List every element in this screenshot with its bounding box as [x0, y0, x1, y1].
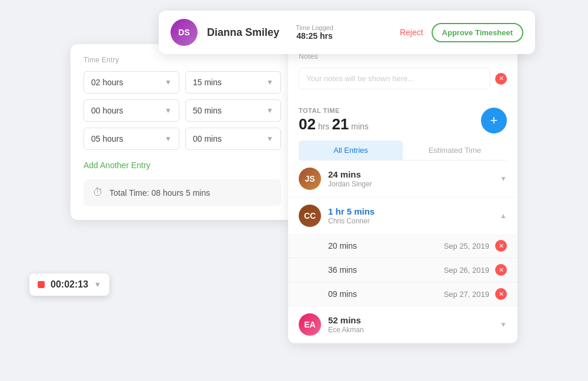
- approval-avatar: DS: [171, 19, 198, 46]
- time-row-1: 02 hours ▼ 15 mins ▼: [83, 71, 281, 93]
- approval-name: Dianna Smiley: [207, 26, 279, 39]
- chevron-down-icon: ▼: [266, 135, 273, 143]
- entry-info: 1 hr 5 mins Chris Conner: [328, 206, 493, 225]
- entry-time: 24 mins: [328, 169, 493, 179]
- entry-name: Jordan Singer: [328, 180, 493, 188]
- time-row-2: 00 hours ▼ 50 mins ▼: [83, 99, 281, 122]
- total-time-text: Total Time: 08 hours 5 mins: [109, 188, 210, 198]
- entry-list: JS 24 mins Jordan Singer ▼ CC 1 hr 5 min…: [288, 161, 517, 343]
- hours-value-3: 05 hours: [91, 134, 123, 143]
- avatar-initials: DS: [171, 19, 198, 46]
- entry-time: 1 hr 5 mins: [328, 206, 493, 216]
- chevron-down-icon: ▼: [266, 78, 273, 86]
- approval-card: DS Dianna Smiley Time Logged 48:25 hrs R…: [159, 11, 535, 54]
- total-time-info: TOTAL TIME 02hrs21mins: [299, 107, 371, 133]
- total-mins-value: 21: [332, 115, 349, 133]
- total-time-section: TOTAL TIME 02hrs21mins +: [288, 98, 517, 141]
- sub-entry-time: 36 mins: [328, 265, 444, 275]
- notes-placeholder: Your notes will be shown here...: [306, 74, 483, 83]
- chevron-down-icon: ▼: [165, 135, 172, 143]
- mins-unit: mins: [351, 122, 369, 131]
- avatar: CC: [299, 205, 321, 227]
- chevron-up-icon[interactable]: ▲: [500, 212, 507, 220]
- add-entry-link[interactable]: Add Another Entry: [83, 161, 151, 170]
- mins-select-1[interactable]: 15 mins ▼: [185, 71, 281, 93]
- avatar-initials: JS: [299, 168, 321, 190]
- list-item: EA 52 mins Ece Akman ▼: [288, 306, 517, 343]
- hours-value-1: 02 hours: [91, 78, 123, 87]
- time-row-3: 05 hours ▼ 00 mins ▼: [83, 128, 281, 150]
- timer-widget: 00:02:13 ▼: [29, 273, 109, 296]
- notes-input-row: Your notes will be shown here... ✕: [299, 68, 507, 89]
- entry-info: 52 mins Ece Akman: [328, 315, 493, 334]
- mins-value-1: 15 mins: [193, 78, 222, 87]
- list-item: 09 mins Sep 27, 2019 ✕: [288, 282, 517, 306]
- total-hrs-value: 02: [299, 115, 316, 133]
- entry-name: Ece Akman: [328, 326, 493, 334]
- chevron-down-icon[interactable]: ▼: [500, 320, 507, 329]
- avatar-initials: CC: [299, 205, 321, 227]
- chevron-down-icon: ▼: [266, 106, 273, 115]
- add-time-button[interactable]: +: [481, 108, 507, 133]
- entry-info: 24 mins Jordan Singer: [328, 169, 493, 188]
- reject-button[interactable]: Reject: [400, 28, 423, 37]
- time-logged-label: Time Logged: [296, 24, 333, 31]
- plus-icon: +: [490, 113, 498, 128]
- approval-actions: Reject Approve Timesheet: [400, 23, 523, 42]
- chevron-down-icon: ▼: [165, 78, 172, 86]
- sub-entries: 20 mins Sep 25, 2019 ✕ 36 mins Sep 26, 2…: [288, 234, 517, 306]
- list-item: 36 mins Sep 26, 2019 ✕: [288, 258, 517, 282]
- sub-entry-time: 20 mins: [328, 241, 444, 250]
- mins-value-3: 00 mins: [193, 134, 222, 143]
- avatar: EA: [299, 313, 321, 336]
- total-time-label: TOTAL TIME: [299, 107, 371, 114]
- list-item: 20 mins Sep 25, 2019 ✕: [288, 234, 517, 258]
- sub-entry-time: 09 mins: [328, 289, 444, 299]
- mins-select-2[interactable]: 50 mins ▼: [185, 99, 281, 122]
- timer-display: 00:02:13: [51, 279, 88, 290]
- entry-time: 52 mins: [328, 315, 493, 325]
- approval-time-logged: Time Logged 48:25 hrs: [296, 24, 333, 41]
- time-logged-value: 48:25 hrs: [296, 31, 333, 41]
- notes-close-button[interactable]: ✕: [495, 73, 507, 85]
- approve-timesheet-button[interactable]: Approve Timesheet: [432, 23, 523, 42]
- hours-select-2[interactable]: 00 hours ▼: [83, 99, 179, 122]
- sub-entry-date: Sep 27, 2019: [444, 290, 489, 299]
- sub-entry-date: Sep 25, 2019: [444, 242, 489, 250]
- hrs-unit: hrs: [318, 122, 329, 131]
- total-time-display: 02hrs21mins: [299, 115, 371, 133]
- time-entry-panel: Time Entry 02 hours ▼ 15 mins ▼ 00 hours…: [71, 44, 294, 220]
- time-entry-label: Time Entry: [83, 56, 281, 64]
- entry-name: Chris Conner: [328, 217, 493, 225]
- timer-stop-icon[interactable]: [38, 281, 45, 288]
- chevron-down-icon[interactable]: ▼: [500, 175, 507, 183]
- list-item: CC 1 hr 5 mins Chris Conner ▲: [288, 198, 517, 234]
- avatar-initials: EA: [299, 313, 321, 336]
- remove-entry-button[interactable]: ✕: [495, 240, 507, 252]
- chevron-down-icon: ▼: [165, 106, 172, 115]
- list-item: JS 24 mins Jordan Singer ▼: [288, 161, 517, 198]
- total-time-bar: ⏱ Total Time: 08 hours 5 mins: [83, 179, 281, 206]
- mins-value-2: 50 mins: [193, 106, 222, 115]
- clock-icon: ⏱: [93, 186, 103, 199]
- sub-entry-date: Sep 26, 2019: [444, 266, 489, 275]
- tab-all-entries[interactable]: All Entries: [299, 141, 403, 160]
- notes-field[interactable]: Your notes will be shown here...: [299, 68, 490, 89]
- chevron-down-icon[interactable]: ▼: [94, 280, 101, 289]
- hours-select-3[interactable]: 05 hours ▼: [83, 128, 179, 150]
- avatar: JS: [299, 168, 321, 190]
- tabs-row: All Entries Estimated Time: [299, 141, 507, 161]
- hours-value-2: 00 hours: [91, 106, 123, 115]
- remove-entry-button[interactable]: ✕: [495, 288, 507, 300]
- entries-panel: Notes Your notes will be shown here... ✕…: [288, 44, 517, 343]
- mins-select-3[interactable]: 00 mins ▼: [185, 128, 281, 150]
- hours-select-1[interactable]: 02 hours ▼: [83, 71, 179, 93]
- remove-entry-button[interactable]: ✕: [495, 264, 507, 276]
- tab-estimated-time[interactable]: Estimated Time: [403, 141, 507, 160]
